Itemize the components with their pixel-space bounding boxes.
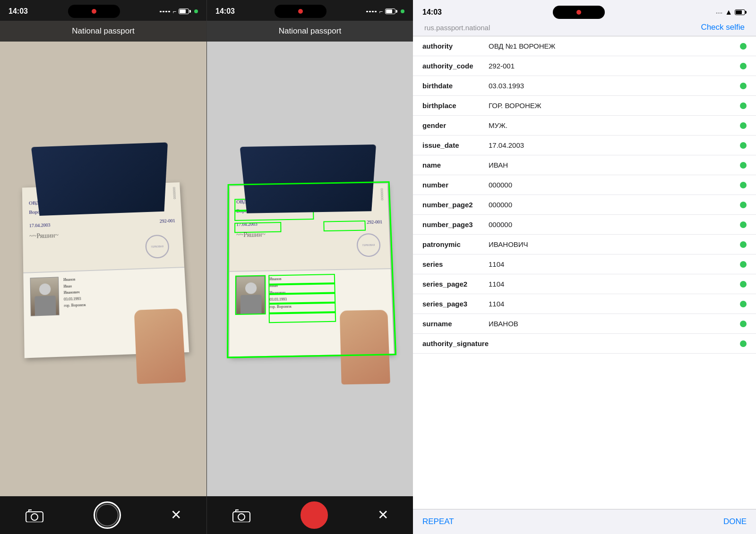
- field-row-left-series: series 1104: [422, 260, 740, 268]
- field-value-authority: ОВД №1 ВОРОНЕЖ: [489, 42, 555, 50]
- field-row-series-page3: series_page3 1104: [413, 294, 756, 314]
- left-panel: 14:03 ⌐ National passport: [0, 0, 206, 534]
- field-name-name: name: [422, 161, 484, 169]
- svg-point-1: [31, 514, 38, 520]
- field-value-birthplace: ГОР. ВОРОНЕЖ: [489, 102, 541, 110]
- field-row-left-birthplace: birthplace ГОР. ВОРОНЕЖ: [422, 102, 740, 110]
- battery-middle: [385, 8, 397, 14]
- field-name-number-page3: number_page3: [422, 220, 484, 229]
- recording-dot-middle: [298, 9, 303, 14]
- field-row-series: series 1104: [413, 254, 756, 274]
- svg-point-3: [238, 514, 245, 520]
- sig-m-3: [372, 11, 374, 12]
- camera-header-left: National passport: [0, 21, 206, 42]
- dynamic-island-pill-middle: [275, 5, 326, 18]
- battery-fill-left: [180, 9, 186, 13]
- flip-camera-icon-middle: [232, 508, 251, 522]
- close-icon-left: ✕: [171, 509, 181, 522]
- field-row-authority-signature: authority_signature: [413, 334, 756, 354]
- status-dot-series-page3: [740, 301, 747, 307]
- field-row-name: name ИВАН: [413, 155, 756, 175]
- dynamic-island-middle: [275, 5, 326, 18]
- hand: [134, 308, 186, 384]
- passport-book-left: РОССИЙСКАЯ ФЕДЕРАЦИЯ ОВД W1 ГОР. Воронеж…: [17, 146, 195, 378]
- battery-left: [179, 8, 191, 14]
- dots-right: ····: [716, 9, 722, 16]
- active-dot-left: [194, 9, 198, 13]
- middle-panel: 14:03 ⌐ National passport: [206, 0, 413, 534]
- battery-body-left: [179, 8, 189, 14]
- flip-camera-button-middle[interactable]: [232, 508, 251, 522]
- field-row-left-number: number 000000: [422, 181, 740, 189]
- field-row-birthdate: birthdate 03.03.1993: [413, 76, 756, 96]
- active-dot-middle: [401, 9, 404, 13]
- field-row-left-issue-date: issue_date 17.04.2003: [422, 141, 740, 149]
- field-row-issue-date: issue_date 17.04.2003: [413, 136, 756, 155]
- field-name-number: number: [422, 181, 484, 189]
- passport-photo-face: [30, 277, 59, 315]
- passport-date: 17.04.2003: [29, 220, 50, 229]
- right-panel: 14:03 ···· ▲ rus.passport.national Check: [413, 0, 756, 534]
- signal-bar-4: [168, 11, 170, 12]
- passport-annotated-book: РОССИЙСКАЯ ФЕДЕРАЦИЯ ОВД W1 ГОР. Воронеж…: [224, 147, 400, 376]
- passport-scene-middle: РОССИЙСКАЯ ФЕДЕРАЦИЯ ОВД W1 ГОР. Воронеж…: [207, 21, 413, 496]
- battery-body-right: [735, 9, 745, 15]
- field-row-number: number 000000: [413, 175, 756, 195]
- shutter-button-middle[interactable]: [301, 501, 328, 529]
- time-right: 14:03: [422, 8, 442, 17]
- field-row-patronymic: patronymic ИВАНОВИЧ: [413, 235, 756, 254]
- close-button-left[interactable]: ✕: [171, 509, 181, 522]
- close-button-middle[interactable]: ✕: [378, 509, 388, 522]
- shutter-button-left[interactable]: [94, 501, 121, 529]
- field-row-left-authority: authority ОВД №1 ВОРОНЕЖ: [422, 42, 740, 50]
- header-title-left: National passport: [72, 26, 134, 36]
- field-row-left-birthdate: birthdate 03.03.1993: [422, 82, 740, 90]
- field-row-left-gender: gender МУЖ.: [422, 121, 740, 129]
- field-row-left-name: name ИВАН: [422, 161, 740, 169]
- data-list: authority ОВД №1 ВОРОНЕЖ authority_code …: [413, 36, 756, 509]
- recording-dot-right: [576, 10, 581, 15]
- field-value-series: 1104: [489, 260, 504, 268]
- doc-type-label: rus.passport.national: [424, 24, 490, 32]
- field-row-birthplace: birthplace ГОР. ВОРОНЕЖ: [413, 96, 756, 116]
- dynamic-island-right: [553, 6, 605, 19]
- battery-tip-right: [745, 11, 747, 14]
- field-name-number-page2: number_page2: [422, 201, 484, 209]
- signal-bar-3: [165, 11, 167, 12]
- field-value-number: 000000: [489, 181, 512, 189]
- camera-view-middle: РОССИЙСКАЯ ФЕДЕРАЦИЯ ОВД W1 ГОР. Воронеж…: [207, 21, 413, 496]
- sig-m-4: [375, 11, 377, 12]
- field-value-surname: ИВАНОВ: [489, 320, 518, 328]
- field-value-number-page3: 000000: [489, 220, 512, 229]
- battery-tip-left: [189, 10, 191, 13]
- field-value-series-page3: 1104: [489, 300, 504, 308]
- repeat-button[interactable]: REPEAT: [422, 517, 454, 526]
- outer-anno-box: [227, 181, 396, 358]
- header-title-middle: National passport: [279, 26, 341, 36]
- signal-bar-2: [163, 11, 164, 12]
- shutter-ring-middle: [301, 501, 328, 529]
- status-dot-authority-signature: [740, 340, 747, 347]
- status-dot-series-page2: [740, 281, 747, 288]
- passport-photo: [30, 277, 59, 316]
- passport-scene-left: РОССИЙСКАЯ ФЕДЕРАЦИЯ ОВД W1 ГОР. Воронеж…: [0, 21, 206, 496]
- status-dot-authority: [740, 43, 747, 50]
- passport-date-row: 17.04.2003 292-001: [29, 216, 175, 229]
- recording-dot-left: [92, 9, 96, 14]
- field-row-number-page2: number_page2 000000: [413, 195, 756, 215]
- field-value-gender: МУЖ.: [489, 121, 507, 129]
- field-row-number-page3: number_page3 000000: [413, 215, 756, 235]
- field-name-birthdate: birthdate: [422, 82, 484, 90]
- status-bar-left: 14:03 ⌐: [0, 0, 206, 21]
- passport-stamp: ГЕРБОВАЯ: [145, 234, 169, 258]
- flip-camera-button-left[interactable]: [25, 508, 44, 522]
- field-row-surname: surname ИВАНОВ: [413, 314, 756, 334]
- status-dot-series: [740, 261, 747, 268]
- field-value-number-page2: 000000: [489, 201, 512, 209]
- field-name-birthplace: birthplace: [422, 102, 484, 110]
- status-dot-gender: [740, 122, 747, 129]
- wifi-icon-right: ▲: [725, 8, 732, 17]
- dynamic-island-left: [68, 5, 120, 18]
- check-selfie-button[interactable]: Check selfie: [701, 23, 745, 32]
- done-button[interactable]: DONE: [723, 517, 747, 526]
